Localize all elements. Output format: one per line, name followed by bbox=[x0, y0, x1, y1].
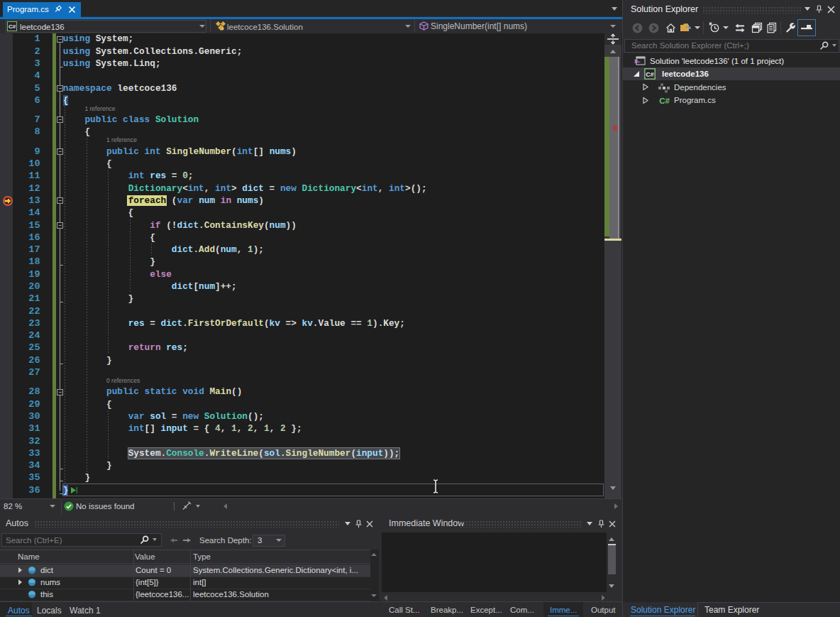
svg-text:C#: C# bbox=[646, 70, 654, 77]
svg-text:C#: C# bbox=[659, 97, 670, 105]
svg-text:C#: C# bbox=[9, 23, 16, 30]
